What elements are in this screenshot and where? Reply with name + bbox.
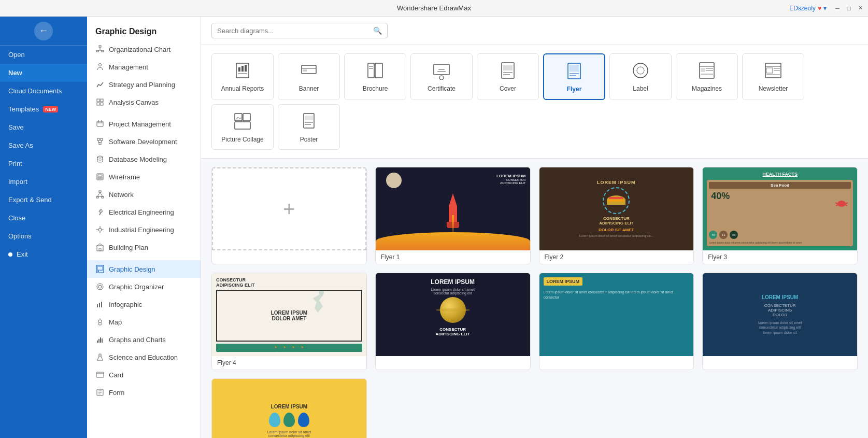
open-label: Open <box>8 51 25 59</box>
software-label: Software Development <box>109 138 177 146</box>
software-icon <box>95 137 105 146</box>
middle-item-graphic-organizer[interactable]: Graphic Organizer <box>87 278 201 295</box>
management-icon <box>95 62 105 72</box>
form-icon <box>95 388 105 397</box>
close-button[interactable]: ✕ <box>857 5 864 12</box>
middle-item-strategy[interactable]: Strategy and Planning <box>87 76 201 93</box>
org-chart-label: Organizational Chart <box>109 46 170 53</box>
burger-bun-top <box>607 195 625 205</box>
svg-rect-99 <box>235 122 250 129</box>
svg-rect-7 <box>101 99 103 102</box>
svg-point-43 <box>97 284 103 290</box>
middle-item-database[interactable]: Database Modeling <box>87 150 201 168</box>
search-input[interactable] <box>217 27 373 35</box>
middle-item-graphs[interactable]: Graphs and Charts <box>87 331 201 348</box>
middle-item-wireframe[interactable]: Wireframe <box>87 168 201 186</box>
graphic-organizer-icon <box>95 282 105 291</box>
template-card-flyer8[interactable]: LOREM IPSUM Lorem ipsum dolor sit ametco… <box>211 378 367 438</box>
sidebar-item-export[interactable]: Export & Send <box>0 191 87 209</box>
user-area[interactable]: EDszeoly ♥ ▾ <box>789 5 827 12</box>
middle-item-software[interactable]: Software Development <box>87 133 201 150</box>
middle-item-industrial[interactable]: Industrial Engineering <box>87 221 201 238</box>
flyer4-footer: 🏃🏃🏃🏃 <box>216 344 362 352</box>
minimize-button[interactable]: ─ <box>834 5 841 12</box>
template-card-flyer6[interactable]: LOREM IPSUM Lorem ipsum dolor sit amet c… <box>539 273 694 370</box>
middle-item-card[interactable]: Card <box>87 366 201 384</box>
sidebar-item-import[interactable]: Import <box>0 173 87 191</box>
middle-item-map[interactable]: Map <box>87 313 201 331</box>
template-card-flyer5[interactable]: LOREM IPSUM Lorem ipsum dolor sit ametco… <box>375 273 531 370</box>
newsletter-icon <box>763 60 784 81</box>
middle-item-building[interactable]: Building Plan <box>87 238 201 256</box>
back-button[interactable]: ← <box>34 22 53 40</box>
svg-rect-0 <box>99 46 101 47</box>
flyer7-inner: LOREM IPSUM CONSECTETURADIPISCINGDOLOR L… <box>703 273 857 356</box>
export-label: Export & Send <box>8 196 52 204</box>
sidebar-item-saveas[interactable]: Save As <box>0 136 87 154</box>
wireframe-icon <box>95 172 105 181</box>
middle-item-org-chart[interactable]: Organizational Chart <box>87 40 201 58</box>
category-card-cover[interactable]: Cover <box>477 53 539 100</box>
flyer4-main: LOREM IPSUMDOLOR AMET <box>216 290 362 342</box>
category-card-certificate[interactable]: Certificate <box>410 53 473 100</box>
category-card-banner[interactable]: Banner <box>278 53 340 100</box>
content-area: 🔍 Annual Reports Banner <box>201 17 868 438</box>
middle-item-network[interactable]: Network <box>87 186 201 203</box>
middle-item-analysis[interactable]: Analysis Canvas <box>87 93 201 111</box>
svg-line-29 <box>100 192 103 196</box>
category-card-flyer[interactable]: Flyer <box>543 53 605 100</box>
middle-item-management[interactable]: Management <box>87 58 201 76</box>
search-input-wrap[interactable]: 🔍 <box>211 23 388 38</box>
project-label: Project Management <box>109 120 171 128</box>
search-icon[interactable]: 🔍 <box>373 26 382 35</box>
svg-rect-24 <box>101 177 102 179</box>
template-card-flyer4[interactable]: CONSECTURADIPISCING ELIT LOREM IPSUMDOLO… <box>211 273 367 370</box>
sidebar-item-exit[interactable]: Exit <box>0 245 87 263</box>
window-controls: ─ □ ✕ <box>834 5 864 12</box>
sidebar-item-templates[interactable]: Templates NEW <box>0 100 87 118</box>
category-card-label-item[interactable]: Label <box>609 53 672 100</box>
middle-item-electrical[interactable]: Electrical Engineering <box>87 203 201 221</box>
template-card-flyer7[interactable]: LOREM IPSUM CONSECTETURADIPISCINGDOLOR L… <box>702 273 858 370</box>
flyer1-moon <box>386 173 402 188</box>
maximize-button[interactable]: □ <box>845 5 852 12</box>
flyer8-title: LOREM IPSUM <box>271 404 308 409</box>
middle-item-graphic-design[interactable]: Graphic Design <box>87 260 201 278</box>
magazines-label: Magazines <box>692 85 722 92</box>
flyer-icon <box>564 61 585 81</box>
flyer5-label <box>376 356 530 362</box>
svg-rect-6 <box>97 99 99 102</box>
category-card-poster[interactable]: Poster <box>278 104 340 150</box>
svg-rect-45 <box>99 303 100 307</box>
sidebar-item-open[interactable]: Open <box>0 46 87 64</box>
flyer2-thumb: LOREM IPSUM CONSECTURADIPISCING ELIT <box>539 167 694 250</box>
category-card-annual-reports[interactable]: Annual Reports <box>211 53 274 100</box>
category-card-newsletter[interactable]: Newsletter <box>742 53 804 100</box>
sidebar-item-close[interactable]: Close <box>0 209 87 227</box>
template-card-flyer2[interactable]: LOREM IPSUM CONSECTURADIPISCING ELIT <box>539 167 694 264</box>
category-card-magazines[interactable]: Magazines <box>676 53 738 100</box>
flyer5-subtitle: CONSECTURADIPISCING ELIT <box>436 327 470 336</box>
middle-item-science[interactable]: Science and Education <box>87 348 201 366</box>
sidebar-item-cloud[interactable]: Cloud Documents <box>0 82 87 100</box>
middle-item-form[interactable]: Form <box>87 384 201 401</box>
management-label: Management <box>109 63 148 71</box>
svg-line-109 <box>845 205 847 206</box>
sidebar-item-options[interactable]: Options <box>0 227 87 245</box>
flyer6-banner: LOREM IPSUM <box>544 277 583 286</box>
category-card-picture-collage[interactable]: Picture Collage <box>211 104 274 150</box>
user-dropdown-icon[interactable]: ▾ <box>823 5 827 12</box>
flyer7-title: LOREM IPSUM <box>762 294 799 300</box>
label-icon <box>630 60 651 81</box>
middle-item-project[interactable]: Project Management <box>87 115 201 133</box>
category-card-brochure[interactable]: Brochure <box>344 53 406 100</box>
middle-item-infographic[interactable]: Infographic <box>87 295 201 313</box>
template-card-flyer3[interactable]: HEALTH FACTS Sea Food 40% Lorem ipsum do… <box>702 167 858 264</box>
sidebar-item-new[interactable]: New <box>0 64 87 82</box>
sidebar-logo: ← <box>0 17 87 46</box>
sidebar-item-print[interactable]: Print <box>0 154 87 173</box>
template-card-flyer1[interactable]: LOREM IPSUM CONSECTUR ADIPISCING ELIT Fl… <box>375 167 531 264</box>
svg-point-42 <box>98 285 102 288</box>
template-card-new[interactable]: + <box>211 167 367 264</box>
sidebar-item-save[interactable]: Save <box>0 118 87 136</box>
